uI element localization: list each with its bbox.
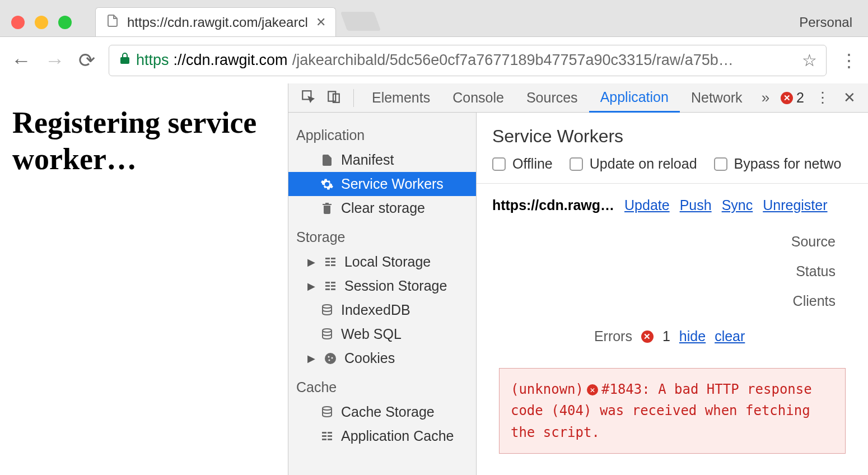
devtools-panel: Elements Console Sources Application Net… xyxy=(288,83,868,475)
svg-point-21 xyxy=(323,407,332,410)
expand-icon[interactable]: ▶ xyxy=(307,352,316,365)
error-icon: ✕ xyxy=(587,384,598,395)
link-clear-errors[interactable]: clear xyxy=(715,328,745,344)
sidebar-category-cache: Cache xyxy=(288,370,476,400)
svg-rect-11 xyxy=(325,285,330,287)
error-count: 1 xyxy=(662,328,670,344)
url-path: /jakearchibald/5dc56e0cf7a7677189b47757a… xyxy=(292,52,734,69)
error-icon: ✕ xyxy=(641,330,654,343)
forward-icon: → xyxy=(45,49,65,72)
svg-rect-9 xyxy=(325,282,330,283)
error-source: (unknown) xyxy=(511,381,584,397)
page-heading: Registering service worker… xyxy=(12,105,276,178)
tab-application[interactable]: Application xyxy=(589,83,680,113)
field-label-status: Status xyxy=(539,263,852,280)
devtools-toolbar: Elements Console Sources Application Net… xyxy=(288,83,868,113)
svg-point-20 xyxy=(328,359,330,361)
svg-rect-14 xyxy=(331,288,335,290)
tab-network[interactable]: Network xyxy=(680,83,754,113)
checkbox-icon[interactable] xyxy=(570,157,583,171)
svg-point-16 xyxy=(323,329,332,332)
file-icon xyxy=(320,153,334,167)
minimize-window-icon[interactable] xyxy=(35,16,48,29)
devtools-menu-icon[interactable]: ⋮ xyxy=(808,89,838,106)
bookmark-star-icon[interactable]: ☆ xyxy=(802,50,817,70)
svg-rect-22 xyxy=(322,432,326,434)
database-icon xyxy=(320,304,334,317)
browser-tab[interactable]: https://cdn.rawgit.com/jakearcl ✕ xyxy=(95,7,336,36)
svg-rect-13 xyxy=(325,288,330,290)
tab-title: https://cdn.rawgit.com/jakearcl xyxy=(127,15,308,30)
field-label-source: Source xyxy=(539,234,852,250)
sidebar-item-manifest[interactable]: Manifest xyxy=(288,148,476,172)
sidebar-item-service-workers[interactable]: Service Workers xyxy=(288,172,476,196)
svg-point-17 xyxy=(325,353,336,364)
sidebar-item-indexeddb[interactable]: IndexedDB xyxy=(288,298,476,322)
device-toolbar-icon[interactable] xyxy=(321,89,347,107)
back-icon[interactable]: ← xyxy=(11,49,31,72)
sidebar-item-websql[interactable]: Web SQL xyxy=(288,322,476,346)
tab-elements[interactable]: Elements xyxy=(361,83,441,113)
close-devtools-icon[interactable]: ✕ xyxy=(838,89,861,106)
new-tab-button[interactable] xyxy=(340,12,381,31)
svg-rect-7 xyxy=(325,264,330,266)
sw-origin: https://cdn.rawg… xyxy=(492,197,614,213)
svg-rect-10 xyxy=(331,282,335,283)
sidebar-item-local-storage[interactable]: ▶ Local Storage xyxy=(288,250,476,274)
checkbox-update-on-reload[interactable]: Update on reload xyxy=(570,156,697,172)
link-push[interactable]: Push xyxy=(680,197,712,213)
secure-lock-icon xyxy=(118,52,132,69)
svg-rect-23 xyxy=(328,432,332,434)
link-sync[interactable]: Sync xyxy=(722,197,753,213)
checkbox-icon[interactable] xyxy=(714,157,727,171)
browser-menu-icon[interactable]: ⋮ xyxy=(840,50,857,71)
sidebar-item-cookies[interactable]: ▶ Cookies xyxy=(288,346,476,370)
reload-icon[interactable]: ⟳ xyxy=(78,49,95,72)
close-tab-icon[interactable]: ✕ xyxy=(316,15,326,30)
url-scheme: https xyxy=(136,52,169,69)
grid-icon xyxy=(320,430,334,443)
expand-icon[interactable]: ▶ xyxy=(307,280,316,292)
svg-rect-26 xyxy=(322,439,326,440)
svg-rect-1 xyxy=(328,91,335,101)
address-bar[interactable]: https://cdn.rawgit.com/jakearchibald/5dc… xyxy=(109,45,827,76)
panel-title: Service Workers xyxy=(477,113,868,156)
profile-label[interactable]: Personal xyxy=(799,15,852,30)
inspect-element-icon[interactable] xyxy=(295,89,321,107)
svg-rect-5 xyxy=(325,261,330,263)
close-window-icon[interactable] xyxy=(11,16,25,29)
sidebar-item-cache-storage[interactable]: Cache Storage xyxy=(288,400,476,424)
svg-rect-12 xyxy=(331,285,335,287)
checkbox-bypass-for-network[interactable]: Bypass for netwo xyxy=(714,156,842,172)
expand-icon[interactable]: ▶ xyxy=(307,256,316,268)
tab-sources[interactable]: Sources xyxy=(515,83,589,113)
page-content: Registering service worker… xyxy=(0,83,288,475)
svg-point-15 xyxy=(323,305,332,308)
svg-rect-25 xyxy=(328,435,332,437)
tab-console[interactable]: Console xyxy=(441,83,515,113)
svg-rect-6 xyxy=(331,261,335,263)
checkbox-icon[interactable] xyxy=(492,157,506,171)
svg-rect-8 xyxy=(331,264,335,266)
sidebar-category-application: Application xyxy=(288,118,476,148)
checkbox-offline[interactable]: Offline xyxy=(492,156,553,172)
svg-point-18 xyxy=(328,356,329,357)
field-label-errors: Errors xyxy=(492,328,632,344)
window-controls[interactable] xyxy=(11,16,72,29)
svg-rect-3 xyxy=(325,258,330,259)
sidebar-item-clear-storage[interactable]: Clear storage xyxy=(288,196,476,220)
sidebar-item-application-cache[interactable]: Application Cache xyxy=(288,424,476,448)
more-tabs-icon[interactable]: » xyxy=(754,89,777,106)
file-icon xyxy=(106,14,119,31)
sidebar-item-session-storage[interactable]: ▶ Session Storage xyxy=(288,274,476,298)
cookie-icon xyxy=(323,352,338,365)
link-update[interactable]: Update xyxy=(624,197,670,213)
svg-rect-27 xyxy=(328,439,332,440)
database-icon xyxy=(320,328,334,341)
error-badge[interactable]: ✕ 2 xyxy=(777,90,808,106)
maximize-window-icon[interactable] xyxy=(58,16,72,29)
link-hide-errors[interactable]: hide xyxy=(679,328,706,344)
svg-point-19 xyxy=(331,357,333,358)
grid-icon xyxy=(323,255,338,269)
link-unregister[interactable]: Unregister xyxy=(763,197,827,213)
